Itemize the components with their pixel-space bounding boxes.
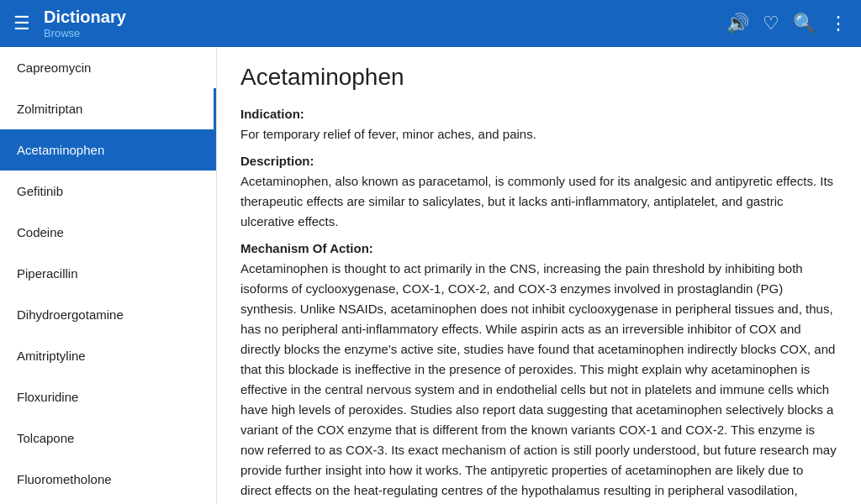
mechanism-label: Mechanism Of Action: [240,241,373,255]
content-area: Acetaminophen Indication: For temporary … [217,47,861,504]
indication-text: For temporary relief of fever, minor ach… [240,127,536,141]
sidebar-item-amitriptyline[interactable]: Amitriptyline [0,335,216,376]
sidebar-item-gefitinib[interactable]: Gefitinib [0,171,216,212]
description-section: Description: Acetaminophen, also known a… [240,151,837,232]
mechanism-section: Mechanism Of Action: Acetaminophen is th… [240,239,837,504]
header-actions: 🔊 ♡ 🔍 ⋮ [726,13,848,34]
app-title: Dictionary [44,7,726,27]
sidebar-item-acetaminophen[interactable]: Acetaminophen [0,129,216,171]
sidebar-item-nitrouride[interactable]: Nitrouride [0,500,216,504]
sidebar-item-piperacillin[interactable]: Piperacillin [0,253,216,294]
app-subtitle: Browse [44,27,726,40]
sidebar: Capreomycin Zolmitriptan Acetaminophen G… [0,47,217,504]
sidebar-item-floxuridine[interactable]: Floxuridine [0,376,216,417]
menu-icon[interactable]: ☰ [13,13,30,34]
drug-title: Acetaminophen [240,64,837,91]
header-title-block: Dictionary Browse [44,7,726,40]
sidebar-item-tolcapone[interactable]: Tolcapone [0,417,216,459]
indication-section: Indication: For temporary relief of feve… [240,104,837,144]
more-icon[interactable]: ⋮ [829,13,848,34]
main-layout: Capreomycin Zolmitriptan Acetaminophen G… [0,47,861,504]
sidebar-item-fluorometholone[interactable]: Fluorometholone [0,459,216,500]
search-icon[interactable]: 🔍 [793,13,816,34]
sidebar-item-capreomycin[interactable]: Capreomycin [0,47,216,88]
description-label: Description: [240,154,314,168]
sidebar-item-codeine[interactable]: Codeine [0,212,216,253]
indication-label: Indication: [240,107,304,121]
app-header: ☰ Dictionary Browse 🔊 ♡ 🔍 ⋮ [0,0,861,47]
volume-icon[interactable]: 🔊 [726,13,749,34]
sidebar-item-dihydroergotamine[interactable]: Dihydroergotamine [0,294,216,335]
mechanism-text: Acetaminophen is thought to act primaril… [240,261,837,504]
description-text: Acetaminophen, also known as paracetamol… [240,174,833,228]
favorite-icon[interactable]: ♡ [763,13,779,34]
sidebar-item-zolmitriptan[interactable]: Zolmitriptan [0,88,216,129]
